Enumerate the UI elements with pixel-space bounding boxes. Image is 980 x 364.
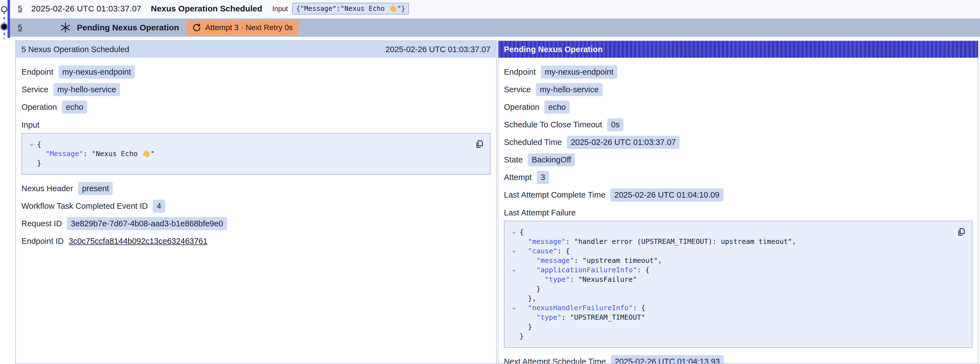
copy-button[interactable] (473, 138, 485, 150)
detail-field: Workflow Task Completed Event ID 4 (21, 200, 490, 213)
detail-field: Endpoint ID 3c0c75ccfa8144b092c13ce63246… (21, 235, 490, 248)
collapse-chevron-icon[interactable] (508, 246, 520, 256)
field-value: 4 (153, 200, 165, 213)
field-label: Endpoint (21, 67, 54, 77)
copy-icon (956, 227, 966, 237)
field-value: 2025-02-26 UTC 01:04:10.09 (610, 188, 723, 201)
field-label: Endpoint (504, 67, 536, 77)
code-gutter (508, 275, 520, 284)
field-label: Nexus Header (21, 184, 73, 193)
detail-field: Scheduled Time 2025-02-26 UTC 01:03:37.0… (504, 136, 972, 149)
detail-field: Endpoint my-nexus-endpoint (504, 65, 972, 78)
code-line: "message": "handler error (UPSTREAM_TIME… (508, 237, 955, 246)
detail-field: Endpoint my-nexus-endpoint (21, 65, 490, 78)
code-line: "type": "NexusFailure" (508, 275, 955, 284)
failure-section-label: Last Attempt Failure (504, 208, 972, 217)
code-gutter (508, 284, 520, 294)
event-input-preview: {"Message":"Nexus Echo 👋"} (292, 3, 409, 14)
code-gutter (508, 256, 520, 265)
field-label: Operation (21, 102, 57, 112)
scheduled-panel-header: 5 Nexus Operation Scheduled 2025-02-26 U… (16, 41, 496, 58)
field-label: Operation (504, 102, 539, 112)
event-timestamp: 2025-02-26 UTC 01:03:37.07 (31, 4, 141, 13)
field-value: echo (62, 101, 87, 114)
failure-json: { "message": "handler error (UPSTREAM_TI… (508, 227, 955, 341)
event-history-rows: 5 2025-02-26 UTC 01:03:37.07 Nexus Opera… (10, 0, 980, 37)
event-detail-panels: 5 Nexus Operation Scheduled 2025-02-26 U… (15, 40, 978, 364)
code-line: "nexusHandlerFailureInfo": { (508, 303, 955, 313)
code-line: } (26, 159, 473, 168)
code-gutter (508, 322, 520, 332)
detail-field: Service my-hello-service (504, 83, 972, 96)
detail-field: Operation echo (504, 101, 972, 114)
code-gutter (508, 294, 520, 303)
timeline-accent-bar (8, 0, 10, 38)
code-line: } (508, 332, 955, 341)
pending-fields-bottom: Next Attempt Schedule Time 2025-02-26 UT… (504, 355, 972, 364)
field-value-link[interactable]: 3c0c75ccfa8144b092c13ce632463761 (69, 235, 208, 248)
pending-panel-header: Pending Nexus Operation (498, 41, 978, 58)
code-gutter (508, 313, 520, 322)
detail-field: Request ID 3e829b7e-7d67-4b08-aad3-b1e86… (21, 217, 490, 230)
detail-field: Service my-hello-service (21, 83, 490, 96)
pending-fields-top: Endpoint my-nexus-endpoint Service my-he… (504, 65, 972, 201)
field-label: Workflow Task Completed Event ID (21, 201, 148, 211)
event-id-link[interactable]: 5 (18, 4, 24, 13)
retry-icon (192, 23, 201, 32)
collapse-chevron-icon[interactable] (508, 227, 520, 237)
scheduled-fields-bottom: Nexus Header present Workflow Task Compl… (21, 182, 490, 248)
field-value: present (78, 182, 113, 195)
event-title: Nexus Operation Scheduled (151, 4, 262, 13)
timeline-event-marker-icon (1, 6, 7, 12)
event-row-nexus-operation-scheduled[interactable]: 5 2025-02-26 UTC 01:03:37.07 Nexus Opera… (10, 0, 980, 17)
scheduled-panel-title: 5 Nexus Operation Scheduled (21, 45, 129, 54)
event-input-label: Input (272, 5, 288, 13)
scheduled-panel-timestamp: 2025-02-26 UTC 01:03:37.07 (385, 45, 490, 54)
retry-status-badge: Attempt 3 · Next Retry 0s (186, 20, 298, 35)
failure-code-block: { "message": "handler error (UPSTREAM_TI… (504, 221, 972, 348)
code-gutter (508, 237, 520, 246)
field-label: Last Attempt Complete Time (504, 190, 605, 200)
detail-field: Schedule To Close Timeout 0s (504, 118, 972, 131)
code-gutter (26, 149, 37, 159)
input-code-block: { "Message": "Nexus Echo 👋"} (21, 133, 490, 175)
field-value: my-hello-service (536, 83, 603, 96)
code-line: { (508, 227, 955, 237)
detail-field: Operation echo (21, 101, 490, 114)
detail-field: Last Attempt Complete Time 2025-02-26 UT… (504, 188, 972, 201)
code-line: { (26, 140, 473, 149)
field-label: Schedule To Close Timeout (504, 120, 602, 129)
scheduled-event-panel: 5 Nexus Operation Scheduled 2025-02-26 U… (15, 40, 497, 364)
collapse-chevron-icon[interactable] (26, 140, 37, 149)
copy-icon (474, 139, 484, 149)
field-label: Service (21, 85, 48, 94)
pending-id-link[interactable]: 5 (18, 23, 24, 32)
field-value: 2025-02-26 UTC 01:03:37.07 (567, 136, 680, 149)
retry-badge-text: Attempt 3 · Next Retry 0s (205, 23, 293, 32)
field-label: Request ID (21, 219, 62, 228)
event-row-pending-nexus-operation[interactable]: 5 Pending Nexus Operation Attempt 3 · Ne… (10, 18, 980, 37)
code-line: "type": "UPSTREAM_TIMEOUT" (508, 313, 955, 322)
copy-button[interactable] (955, 226, 967, 238)
collapse-chevron-icon[interactable] (508, 265, 520, 275)
input-json: { "Message": "Nexus Echo 👋"} (26, 140, 473, 168)
pending-operation-panel: Pending Nexus Operation Endpoint my-nexu… (498, 40, 978, 364)
field-value: 3 (537, 171, 549, 184)
field-value: BackingOff (528, 153, 575, 166)
workflow-history-view: { "colors": { "accent_indigo": "#4247e2"… (0, 0, 980, 364)
field-label: Scheduled Time (504, 138, 562, 147)
detail-field: State BackingOff (504, 153, 972, 166)
detail-field: Attempt 3 (504, 171, 972, 184)
collapse-chevron-icon[interactable] (508, 303, 520, 313)
code-line: "message": "upstream timeout", (508, 256, 955, 265)
pending-panel-title: Pending Nexus Operation (504, 45, 603, 54)
field-label: Endpoint ID (21, 236, 64, 246)
code-gutter (508, 332, 520, 341)
pending-title: Pending Nexus Operation (77, 23, 179, 32)
code-line: "applicationFailureInfo": { (508, 265, 955, 275)
scheduled-fields-top: Endpoint my-nexus-endpoint Service my-he… (21, 65, 490, 114)
field-value: my-nexus-endpoint (541, 65, 617, 78)
field-value: 0s (607, 118, 624, 131)
detail-field: Next Attempt Schedule Time 2025-02-26 UT… (504, 355, 972, 364)
field-label: Next Attempt Schedule Time (504, 357, 606, 364)
